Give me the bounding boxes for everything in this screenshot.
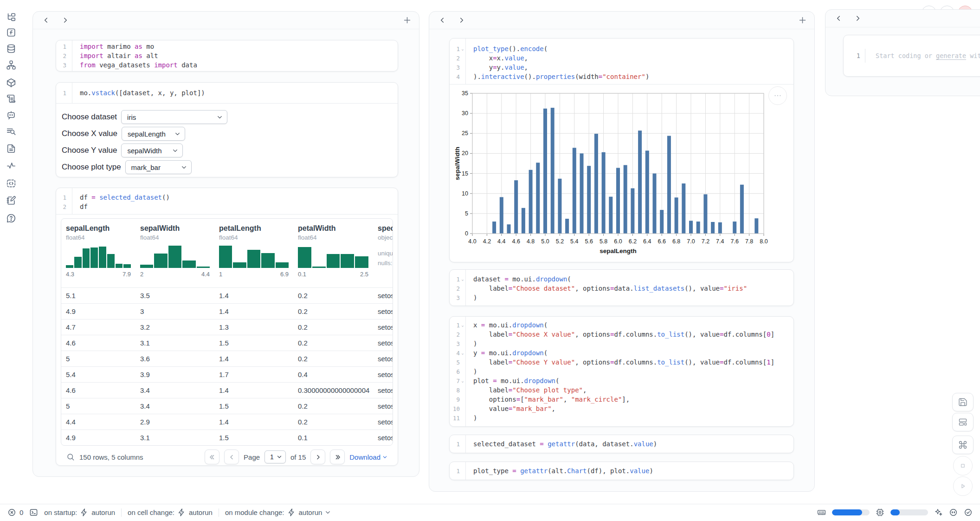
svg-text:5.8: 5.8 bbox=[600, 238, 607, 245]
copilot-icon[interactable] bbox=[949, 508, 958, 517]
column-header[interactable]: speciesobjectunique:nulls: bbox=[373, 219, 393, 287]
cell-plot[interactable]: 1⌄234plot_type().encode( x=x.value, y=y.… bbox=[449, 38, 794, 262]
chevron-left-icon[interactable] bbox=[438, 16, 446, 24]
layout-toggle-button[interactable] bbox=[952, 413, 974, 431]
last-page-button[interactable] bbox=[330, 449, 345, 464]
editor-placeholder[interactable]: Start coding or generate with AI bbox=[876, 52, 980, 59]
search-icon[interactable] bbox=[66, 453, 75, 461]
x-value-dropdown[interactable]: sepalLength bbox=[122, 127, 185, 141]
errors-icon[interactable] bbox=[7, 508, 16, 517]
table-row[interactable]: 4.42.91.40.2setosa bbox=[61, 414, 393, 430]
add-cell-icon[interactable] bbox=[403, 16, 412, 25]
cell-selected-dataset[interactable]: 1selected_dataset = getattr(data, datase… bbox=[449, 435, 794, 453]
packages-icon[interactable] bbox=[6, 78, 16, 88]
snippets-icon[interactable] bbox=[6, 143, 16, 154]
table-row[interactable]: 4.63.41.40.30000000000000004setosa bbox=[61, 382, 393, 398]
svg-text:6.8: 6.8 bbox=[672, 238, 680, 245]
column-histogram bbox=[140, 246, 210, 268]
table-row[interactable]: 53.41.50.2setosa bbox=[61, 398, 393, 414]
cell-dataframe[interactable]: 12df = selected_dataset()df sepalLengthf… bbox=[56, 188, 398, 466]
column-header[interactable]: petalLengthfloat6416.9 bbox=[214, 219, 293, 287]
svg-text:0: 0 bbox=[465, 230, 468, 237]
chevron-right-icon[interactable] bbox=[458, 16, 465, 24]
on-startup-setting[interactable]: on startup: autorun bbox=[44, 508, 115, 517]
cell-plot-type[interactable]: 1plot_type = getattr(alt.Chart(df), plot… bbox=[449, 462, 794, 480]
svg-text:4.0: 4.0 bbox=[468, 238, 476, 245]
on-module-change-setting[interactable]: on module change: autorun bbox=[225, 508, 331, 517]
bar-chart[interactable]: 4.04.24.44.64.85.05.25.45.65.86.06.26.46… bbox=[454, 88, 787, 255]
column-right-header bbox=[825, 10, 980, 27]
chart-actions-button[interactable] bbox=[768, 86, 787, 105]
dataframe-table[interactable]: sepalLengthfloat644.37.9 sepalWidthfloat… bbox=[61, 218, 393, 446]
table-row[interactable]: 53.61.40.2setosa bbox=[61, 351, 393, 366]
svg-text:15: 15 bbox=[462, 170, 468, 177]
generate-link[interactable]: generate bbox=[936, 52, 966, 59]
file-explorer-icon[interactable] bbox=[6, 12, 16, 22]
column-middle: 1⌄234plot_type().encode( x=x.value, y=y.… bbox=[429, 11, 815, 492]
svg-text:10: 10 bbox=[462, 190, 468, 197]
documentation-icon[interactable] bbox=[6, 94, 16, 104]
y-value-dropdown[interactable]: sepalWidth bbox=[121, 143, 183, 157]
chevron-left-icon[interactable] bbox=[42, 16, 50, 24]
help-icon[interactable] bbox=[6, 213, 16, 223]
dataset-dropdown[interactable]: iris bbox=[121, 110, 227, 124]
svg-text:4.6: 4.6 bbox=[512, 238, 520, 245]
table-row[interactable]: 4.931.40.2setosa bbox=[61, 303, 393, 319]
datasources-icon[interactable] bbox=[6, 44, 16, 54]
plot-type-dropdown[interactable]: mark_bar bbox=[125, 160, 192, 174]
stop-button[interactable] bbox=[953, 456, 973, 475]
variables-icon[interactable] bbox=[6, 27, 16, 38]
next-page-button[interactable] bbox=[310, 449, 325, 464]
add-cell-icon[interactable] bbox=[798, 16, 807, 25]
chevron-down-icon bbox=[325, 509, 331, 515]
chevron-right-icon[interactable] bbox=[61, 16, 69, 24]
chevron-left-icon[interactable] bbox=[835, 14, 843, 22]
chevron-right-icon[interactable] bbox=[854, 14, 862, 22]
marimo-app: 123import marimo as moimport altair as a… bbox=[0, 0, 980, 521]
svg-text:7.8: 7.8 bbox=[745, 238, 753, 245]
svg-text:6.4: 6.4 bbox=[643, 238, 651, 245]
chevron-down-icon bbox=[277, 454, 282, 460]
plot-type-dropdown-label: Choose plot type bbox=[62, 163, 121, 172]
cell-imports[interactable]: 123import marimo as moimport altair as a… bbox=[56, 40, 398, 72]
connection-status-icon[interactable] bbox=[964, 508, 973, 517]
run-button[interactable] bbox=[953, 476, 973, 496]
cell-empty[interactable]: 1 Start coding or generate with AI bbox=[843, 35, 980, 77]
dataframe-output: sepalLengthfloat644.37.9 sepalWidthfloat… bbox=[56, 215, 398, 466]
table-row[interactable]: 5.13.51.40.2setosa bbox=[61, 287, 393, 303]
svg-text:7.4: 7.4 bbox=[716, 238, 724, 245]
column-header[interactable]: sepalLengthfloat644.37.9 bbox=[61, 219, 135, 287]
svg-text:35: 35 bbox=[462, 90, 468, 97]
table-row[interactable]: 4.63.11.50.2setosa bbox=[61, 335, 393, 351]
cell-dataset-dropdown[interactable]: 1⌄23dataset = mo.ui.dropdown( label="Cho… bbox=[449, 269, 794, 306]
svg-text:6.2: 6.2 bbox=[629, 238, 637, 245]
on-cell-change-setting[interactable]: on cell change: autorun bbox=[128, 508, 213, 517]
line-number: 1 bbox=[844, 52, 860, 59]
first-page-button[interactable] bbox=[205, 449, 219, 464]
table-row[interactable]: 5.43.91.70.4setosa bbox=[61, 366, 393, 382]
tracing-icon[interactable] bbox=[6, 161, 16, 171]
memory-usage-bar[interactable] bbox=[832, 509, 870, 515]
terminal-icon[interactable] bbox=[29, 508, 38, 517]
outline-icon[interactable] bbox=[6, 178, 16, 189]
scratchpad-icon[interactable] bbox=[6, 195, 16, 206]
page-select[interactable]: 1 bbox=[264, 450, 286, 463]
cell-vstack[interactable]: 1mo.vstack([dataset, x, y, plot]) Choose… bbox=[56, 82, 398, 177]
chevron-down-icon bbox=[217, 114, 223, 120]
column-header[interactable]: sepalWidthfloat6424.4 bbox=[135, 219, 214, 287]
save-button[interactable] bbox=[952, 393, 974, 411]
logs-icon[interactable] bbox=[6, 126, 16, 137]
cell-widgets[interactable]: 1⌄234⌄567⌄891011x = mo.ui.dropdown( labe… bbox=[449, 316, 794, 427]
prev-page-button[interactable] bbox=[224, 449, 239, 464]
column-histogram bbox=[298, 246, 368, 268]
command-palette-button[interactable] bbox=[952, 436, 974, 454]
dependency-graph-icon[interactable] bbox=[6, 60, 16, 70]
cpu-usage-bar[interactable] bbox=[890, 509, 928, 515]
download-button[interactable]: Download bbox=[349, 453, 387, 461]
ai-chat-icon[interactable] bbox=[6, 110, 16, 120]
table-row[interactable]: 4.73.21.30.2setosa bbox=[61, 319, 393, 335]
column-header[interactable]: petalWidthfloat640.12.5 bbox=[293, 219, 373, 287]
divider bbox=[219, 508, 219, 517]
ai-sparkles-icon[interactable] bbox=[934, 508, 943, 517]
table-row[interactable]: 4.93.11.50.1setosa bbox=[61, 430, 393, 445]
